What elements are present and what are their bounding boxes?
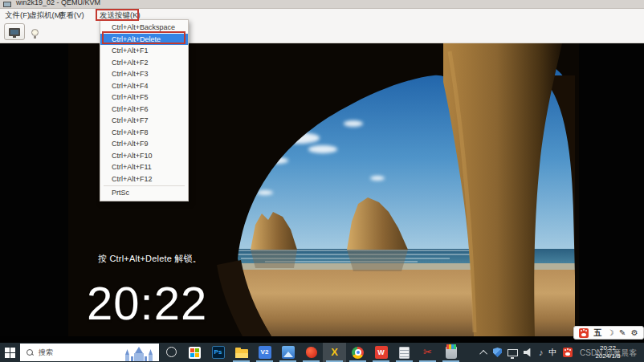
tray-expand-chevron-icon[interactable]	[479, 349, 487, 357]
search-placeholder: 搜索	[39, 348, 53, 358]
menu-item-ctrl-alt-backspace[interactable]: Ctrl+Alt+Backspace	[100, 22, 188, 34]
taskbar-app-red-mascot[interactable]	[300, 343, 323, 362]
menu-item-ctrl-alt-f11[interactable]: Ctrl+Alt+F11	[100, 161, 188, 173]
menu-item-ctrl-alt-f3[interactable]: Ctrl+Alt+F3	[100, 68, 188, 80]
photos-icon	[282, 346, 295, 359]
x-app-icon: X	[331, 343, 338, 362]
chrome-icon	[352, 347, 364, 359]
taskbar-app-paint[interactable]	[439, 343, 463, 362]
csdn-watermark: CSDN @魔晨客	[580, 348, 637, 359]
menu-item-prtsc[interactable]: PrtSc	[100, 187, 188, 199]
menubar: 文件(F) 虚拟机(M) 查看(V) 发送按键(K)	[0, 9, 644, 21]
menu-item-ctrl-alt-delete[interactable]: Ctrl+Alt+Delete	[100, 34, 188, 46]
menu-item-ctrl-alt-f9[interactable]: Ctrl+Alt+F9	[100, 138, 188, 150]
taskbar-app-store[interactable]	[183, 343, 206, 362]
tray-baidu-paw-icon[interactable]	[563, 348, 573, 357]
taskbar-apps: Ps V2 X W ✂	[183, 343, 463, 362]
menu-item-ctrl-alt-f5[interactable]: Ctrl+Alt+F5	[100, 92, 188, 104]
scissors-icon: ✂	[423, 343, 432, 362]
ime-settings-gear-icon[interactable]: ⚙	[631, 327, 638, 339]
menu-item-ctrl-alt-f8[interactable]: Ctrl+Alt+F8	[100, 127, 188, 139]
vm-display[interactable]: 按 Ctrl+Alt+Delete 解锁。 20:22	[0, 43, 644, 343]
menu-item-ctrl-alt-f4[interactable]: Ctrl+Alt+F4	[100, 80, 188, 92]
photoshop-icon: Ps	[212, 346, 225, 359]
monitor-icon	[9, 28, 20, 36]
lightbulb-icon	[31, 29, 39, 36]
taskbar-app-explorer[interactable]	[230, 343, 253, 362]
taskbar-search-box[interactable]: 搜索	[20, 344, 159, 361]
tray-note-icon[interactable]: ♪	[539, 348, 544, 357]
ime-language-indicator[interactable]: 中	[549, 347, 557, 358]
menu-item-ctrl-alt-f6[interactable]: Ctrl+Alt+F6	[100, 104, 188, 116]
vm-window-icon	[3, 2, 11, 7]
window-title: win2k19_02 - QEMU/KVM	[16, 0, 100, 6]
lock-clock: 20:22	[87, 276, 207, 330]
menu-item-ctrl-alt-f12[interactable]: Ctrl+Alt+F12	[100, 173, 188, 185]
system-tray: ♪ 中	[482, 343, 573, 362]
windows-logo-icon	[5, 348, 15, 358]
ime-toolbar[interactable]: 五 ☽ ✎ ⚙	[573, 326, 644, 340]
volume-icon[interactable]	[524, 348, 533, 357]
search-icon	[26, 349, 34, 356]
folder-icon	[235, 349, 248, 358]
taskbar-app-x[interactable]: X	[323, 343, 346, 362]
store-icon	[189, 347, 201, 359]
cortana-button[interactable]	[166, 347, 177, 357]
search-castle-graphic	[122, 347, 156, 361]
taskbar-app-snipping[interactable]: ✂	[416, 343, 439, 362]
red-mascot-icon	[306, 347, 317, 358]
taskbar-app-v2[interactable]: V2	[253, 343, 276, 362]
taskbar-app-photos[interactable]	[276, 343, 300, 362]
v2-icon: V2	[259, 346, 271, 359]
defender-shield-icon[interactable]	[493, 348, 502, 357]
lock-instruction: 按 Ctrl+Alt+Delete 解锁。	[98, 253, 202, 265]
notepad-icon	[399, 347, 410, 359]
network-icon[interactable]	[507, 349, 518, 356]
menu-view[interactable]: 查看(V)	[56, 10, 87, 20]
send-key-menu: Ctrl+Alt+Backspace Ctrl+Alt+Delete Ctrl+…	[100, 19, 189, 201]
ime-mode-label[interactable]: 五	[593, 327, 601, 339]
menu-separator	[104, 185, 185, 186]
console-view-button[interactable]	[4, 23, 25, 40]
toolbar: ❖	[0, 21, 644, 43]
baidu-ime-paw-icon[interactable]	[579, 328, 589, 338]
menu-item-ctrl-alt-f10[interactable]: Ctrl+Alt+F10	[100, 150, 188, 162]
handwriting-pen-icon[interactable]: ✎	[619, 327, 626, 339]
paint-icon	[446, 347, 457, 359]
window-titlebar[interactable]: win2k19_02 - QEMU/KVM	[0, 0, 644, 9]
taskbar-app-wps[interactable]: W	[369, 343, 393, 362]
vm-details-button[interactable]	[29, 26, 40, 39]
menu-item-ctrl-alt-f7[interactable]: Ctrl+Alt+F7	[100, 115, 188, 127]
menu-item-ctrl-alt-f2[interactable]: Ctrl+Alt+F2	[100, 57, 188, 69]
taskbar-app-photoshop[interactable]: Ps	[206, 343, 230, 362]
wps-icon: W	[375, 346, 388, 359]
taskbar: 搜索 Ps V2 X W ✂ ♪ 中 20:22 2024/1/8	[0, 343, 644, 362]
start-button[interactable]	[0, 343, 19, 362]
menu-item-ctrl-alt-f1[interactable]: Ctrl+Alt+F1	[100, 45, 188, 57]
taskbar-app-notepad[interactable]	[393, 343, 416, 362]
taskbar-app-chrome[interactable]	[346, 343, 369, 362]
dark-mode-moon-icon[interactable]: ☽	[607, 327, 614, 339]
